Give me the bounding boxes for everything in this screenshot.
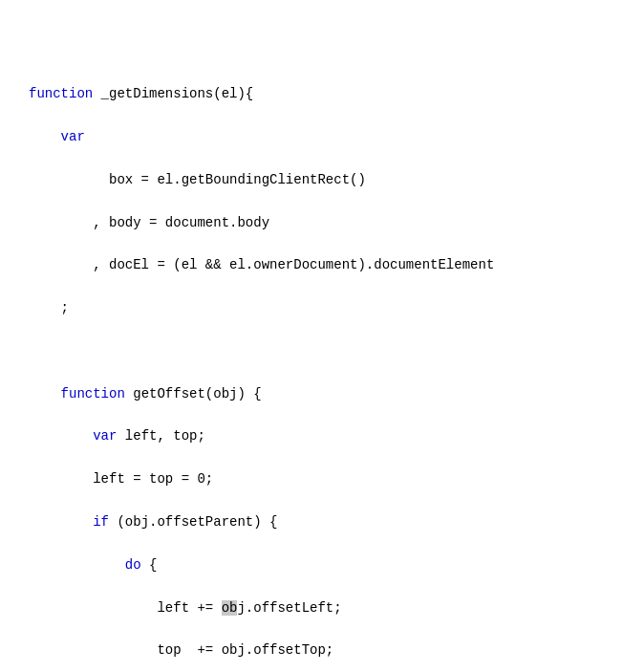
keyword-function-2: function — [61, 386, 125, 401]
code-container: function _getDimensions(el){ var box = e… — [0, 0, 644, 672]
code-line-10: var left, top; — [29, 425, 615, 446]
keyword-function: function — [29, 86, 93, 101]
code-line-12: if (obj.offsetParent) { — [29, 511, 615, 532]
keyword-do: do — [125, 557, 141, 573]
code-line-4: box = el.getBoundingClientRect() — [29, 169, 615, 190]
keyword-var: var — [61, 129, 85, 144]
keyword-if: if — [93, 514, 109, 530]
code-line-15: top += obj.offsetTop; — [29, 639, 615, 661]
code-line-11: left = top = 0; — [29, 468, 615, 489]
code-line-3: var — [29, 126, 615, 147]
code-line-13: do { — [29, 554, 615, 575]
code-line-6: , docEl = (el && el.ownerDocument).docum… — [29, 254, 615, 275]
code-line-14: left += obj.offsetLeft; — [29, 597, 615, 618]
code-line-5: , body = document.body — [29, 212, 615, 233]
code-line-7: ; — [29, 297, 615, 318]
cursor-obj: ob — [222, 600, 238, 616]
code-line-9: function getOffset(obj) { — [29, 383, 615, 404]
code-block: function _getDimensions(el){ var box = e… — [0, 19, 644, 672]
keyword-var-2: var — [93, 428, 117, 444]
code-line-8 — [29, 340, 615, 361]
code-line-1 — [29, 40, 615, 61]
code-line-2: function _getDimensions(el){ — [29, 83, 615, 104]
